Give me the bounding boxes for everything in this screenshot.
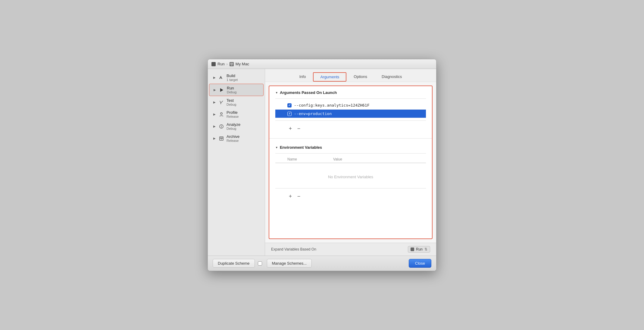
expand-vars-arrows-icon: ⇅ (424, 247, 427, 251)
profile-text: Profile Release (227, 110, 239, 118)
expand-profile-icon: ▶ (213, 113, 216, 116)
sidebar-item-profile[interactable]: ▶ Profile Release (209, 108, 264, 120)
sidebar-item-analyze[interactable]: ▶ Analyze Debug (209, 120, 264, 132)
expand-vars-label: Expand Variables Based On (271, 247, 316, 251)
titlebar-chevron: › (227, 62, 228, 66)
arg2-text: --env=production (294, 111, 332, 116)
profile-name: Profile (227, 110, 239, 115)
build-text: Build 1 target (227, 73, 238, 82)
env-triangle: ▼ (275, 146, 278, 149)
archive-name: Archive (227, 134, 239, 139)
content-body: ▼ Arguments Passed On Launch ✓ --config:… (269, 86, 433, 239)
env-add-button[interactable]: + (287, 193, 293, 199)
args-remove-button[interactable]: − (296, 126, 302, 132)
arguments-section: ▼ Arguments Passed On Launch ✓ --config:… (269, 86, 432, 138)
env-remove-button[interactable]: − (296, 193, 302, 199)
duplicate-scheme-button[interactable]: Duplicate Scheme (213, 259, 255, 268)
arg1-checkbox[interactable]: ✓ (287, 103, 292, 107)
titlebar-mac-label: My Mac (236, 62, 249, 66)
content-area: Info Arguments Options Diagnostics ▼ Arg… (265, 69, 436, 256)
expand-test-icon: ▶ (213, 101, 216, 104)
test-text: Test Debug (227, 98, 236, 106)
tab-diagnostics[interactable]: Diagnostics (374, 72, 409, 82)
build-icon (219, 75, 224, 80)
env-title: Environment Variables (280, 145, 322, 150)
analyze-icon (219, 124, 224, 129)
run-name: Run (227, 86, 236, 90)
arg2-checkbox[interactable]: ✓ (287, 112, 292, 116)
expand-build-icon: ▶ (213, 76, 216, 79)
tab-info[interactable]: Info (292, 72, 313, 82)
args-add-button[interactable]: + (287, 126, 293, 132)
expand-run-icon: ▶ (213, 88, 217, 92)
expand-vars-bar: Expand Variables Based On Run ⇅ (265, 243, 436, 256)
window-bottom: Duplicate Scheme Manage Schemes... Close (208, 256, 436, 271)
env-table-header: Name Value (275, 156, 426, 163)
svg-rect-1 (231, 65, 232, 65)
env-section: ▼ Environment Variables Name Value No En… (269, 141, 432, 206)
run-icon (219, 87, 224, 93)
no-vars-message: No Environment Variables (275, 166, 426, 188)
env-value-col: Value (333, 157, 342, 161)
env-name-col: Name (287, 157, 297, 161)
profile-sub: Release (227, 115, 239, 118)
expand-analyze-icon: ▶ (213, 125, 216, 128)
svg-rect-0 (230, 63, 233, 65)
shared-checkbox[interactable] (258, 261, 262, 266)
sidebar-item-run[interactable]: ▶ Run Debug (209, 84, 264, 96)
run-dropdown-icon (411, 248, 414, 251)
sidebar-item-test[interactable]: ▶ Test Debug (209, 96, 264, 108)
main-window: Run › My Mac ▶ Build 1 target (208, 59, 436, 271)
shared-area (258, 259, 264, 268)
profile-icon (219, 112, 224, 117)
tab-arguments[interactable]: Arguments (313, 72, 346, 82)
archive-text: Archive Release (227, 134, 239, 142)
arg-row-2[interactable]: ✓ --env=production (275, 110, 426, 118)
env-header: ▼ Environment Variables (275, 145, 426, 150)
analyze-text: Analyze Debug (227, 122, 240, 130)
expand-vars-value: Run (416, 247, 423, 251)
main-layout: ▶ Build 1 target ▶ Run Debug (208, 69, 436, 256)
arguments-triangle: ▼ (275, 91, 278, 94)
test-sub: Debug (227, 103, 236, 106)
arg2-checkmark: ✓ (288, 112, 291, 115)
test-name: Test (227, 98, 236, 103)
my-mac-icon (230, 62, 234, 66)
analyze-name: Analyze (227, 122, 240, 127)
arguments-title: Arguments Passed On Launch (280, 90, 337, 95)
run-text: Run Debug (227, 86, 236, 94)
expand-archive-icon: ▶ (213, 137, 216, 140)
svg-rect-10 (220, 137, 223, 138)
arg1-text: --config:keys.analytics=124ZH61F (294, 103, 369, 107)
args-plus-minus: + − (275, 123, 426, 134)
sidebar: ▶ Build 1 target ▶ Run Debug (208, 69, 265, 256)
arguments-header: ▼ Arguments Passed On Launch (275, 90, 426, 95)
analyze-sub: Debug (227, 127, 240, 130)
run-sub: Debug (227, 90, 236, 94)
svg-marker-4 (220, 88, 223, 92)
expand-vars-dropdown[interactable]: Run ⇅ (408, 246, 430, 253)
manage-schemes-button[interactable]: Manage Schemes... (267, 259, 312, 268)
archive-sub: Release (227, 139, 239, 142)
sidebar-item-build[interactable]: ▶ Build 1 target (209, 72, 264, 83)
tab-options[interactable]: Options (346, 72, 374, 82)
run-scheme-icon (211, 62, 216, 66)
svg-rect-2 (230, 65, 233, 66)
archive-icon (219, 136, 224, 141)
titlebar: Run › My Mac (208, 59, 436, 69)
arg1-checkmark: ✓ (288, 104, 291, 107)
close-button[interactable]: Close (409, 259, 431, 268)
bottom-left-buttons: Duplicate Scheme Manage Schemes... (213, 259, 312, 268)
arg-row-1[interactable]: ✓ --config:keys.analytics=124ZH61F (275, 101, 426, 110)
tab-bar: Info Arguments Options Diagnostics (265, 69, 436, 82)
sidebar-item-archive[interactable]: ▶ Archive Release (209, 132, 264, 144)
build-sub: 1 target (227, 78, 238, 82)
svg-point-6 (220, 113, 222, 114)
titlebar-run-label: Run (217, 62, 225, 66)
env-plus-minus: + − (275, 191, 426, 202)
build-name: Build (227, 73, 238, 78)
test-icon (219, 100, 224, 105)
svg-point-9 (221, 127, 222, 128)
